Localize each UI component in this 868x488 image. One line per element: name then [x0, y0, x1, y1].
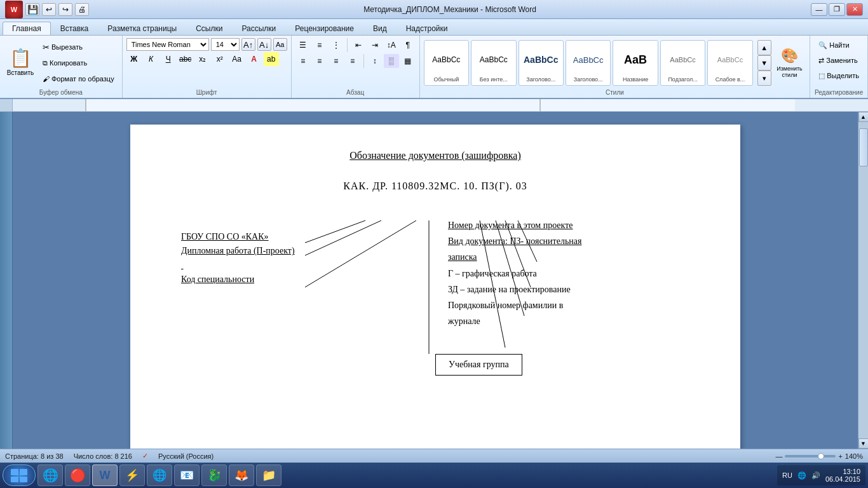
- style-normal[interactable]: AaBbCc Обычный: [424, 40, 469, 86]
- paste-button[interactable]: 📋 Вставить: [4, 40, 37, 86]
- print-btn[interactable]: 🖨: [75, 3, 89, 16]
- taskbar-app2[interactable]: 🌐: [147, 464, 172, 486]
- style-no-spacing-preview: AaBbCc: [474, 43, 513, 76]
- taskbar-word[interactable]: W: [92, 464, 118, 486]
- italic-button[interactable]: К: [144, 52, 159, 66]
- align-center-btn[interactable]: ≡: [312, 54, 327, 68]
- justify-btn[interactable]: ≡: [345, 54, 360, 68]
- change-case-button[interactable]: Аа: [229, 52, 245, 66]
- zoom-slider[interactable]: [785, 455, 836, 458]
- font-name-select[interactable]: Times New Roman: [126, 38, 209, 51]
- style-title[interactable]: AaB Название: [613, 40, 658, 86]
- style-scroll-arrows: ▲ ▼ ▾: [757, 40, 771, 86]
- styles-scroll-up[interactable]: ▲: [757, 40, 771, 55]
- zoom-control[interactable]: — + 140%: [775, 452, 863, 460]
- taskbar-app5[interactable]: 🦊: [229, 464, 254, 486]
- close-button[interactable]: ✕: [846, 3, 863, 16]
- scroll-down-btn[interactable]: ▼: [858, 438, 869, 449]
- tab-page-layout[interactable]: Разметка страницы: [98, 22, 186, 35]
- font-color-button[interactable]: A: [247, 52, 262, 66]
- cut-button[interactable]: ✂ Вырезать: [39, 40, 118, 54]
- subscript-button[interactable]: x₂: [195, 52, 210, 66]
- status-right: — + 140%: [775, 452, 863, 460]
- numbering-button[interactable]: ≡: [312, 38, 327, 52]
- multilevel-button[interactable]: ⋮: [329, 38, 344, 52]
- tab-view[interactable]: Вид: [363, 22, 397, 35]
- office-button[interactable]: W: [5, 1, 23, 18]
- document-area: Обозначение документов (зашифровка) КАК.…: [13, 112, 858, 449]
- styles-scroll-down[interactable]: ▼: [757, 55, 771, 71]
- tab-insert[interactable]: Вставка: [51, 22, 98, 35]
- taskbar: 🌐 🔴 W ⚡ 🌐 📧 🐉 🦊 📁 RU 🌐 🔊 13:10 06.04.201…: [0, 463, 868, 488]
- styles-group: AaBbCc Обычный AaBbCc Без инте... AaBbCc…: [420, 36, 811, 98]
- taskbar-app1[interactable]: ⚡: [119, 464, 145, 486]
- shrink-font-btn[interactable]: A↓: [257, 38, 271, 51]
- shading-btn[interactable]: ░: [384, 54, 399, 68]
- restore-button[interactable]: ❐: [829, 3, 845, 16]
- format-painter-button[interactable]: 🖌 Формат по образцу: [39, 72, 118, 86]
- style-heading2[interactable]: AaBbCc Заголово...: [566, 40, 611, 86]
- svg-line-6: [305, 220, 416, 287]
- annotation-code: Код специальности: [181, 273, 295, 287]
- zoom-thumb[interactable]: [818, 453, 824, 459]
- vertical-scrollbar[interactable]: ▲ ▼: [858, 112, 868, 449]
- replace-button[interactable]: ⇄ Заменить: [814, 53, 862, 67]
- taskbar-app4[interactable]: 🐉: [201, 464, 227, 486]
- tab-review[interactable]: Рецензирование: [285, 22, 363, 35]
- lang-indicator[interactable]: RU: [782, 471, 792, 479]
- line-spacing-btn[interactable]: ↕: [367, 54, 383, 68]
- show-marks-btn[interactable]: ¶: [400, 38, 416, 52]
- zoom-in-icon[interactable]: +: [838, 452, 842, 460]
- style-subtle[interactable]: AaBbCc Слабое в...: [707, 40, 752, 86]
- tab-home[interactable]: Главная: [3, 22, 51, 35]
- taskbar-browser1[interactable]: 🌐: [37, 464, 63, 486]
- decrease-indent-btn[interactable]: ⇤: [351, 38, 366, 52]
- sort-btn[interactable]: ↕A: [384, 38, 399, 52]
- select-button[interactable]: ⬚ Выделить: [814, 69, 864, 83]
- redo-btn[interactable]: ↪: [58, 3, 72, 16]
- spell-check-icon: ✓: [142, 452, 148, 460]
- underline-button[interactable]: Ч: [161, 52, 176, 66]
- scroll-thumb[interactable]: [859, 128, 868, 166]
- taskbar-browser2[interactable]: 🔴: [65, 464, 90, 486]
- strikethrough-button[interactable]: аbc: [178, 52, 193, 66]
- right-annotations: Номер документа в этом проекте Вид докум…: [448, 217, 689, 329]
- bold-button[interactable]: Ж: [126, 52, 142, 66]
- volume-icon[interactable]: 🔊: [811, 471, 820, 480]
- scroll-up-btn[interactable]: ▲: [858, 112, 869, 122]
- clipboard-label: Буфер обмена: [0, 89, 122, 96]
- date: 06.04.2015: [825, 475, 860, 483]
- align-left-btn[interactable]: ≡: [295, 54, 311, 68]
- change-styles-button[interactable]: 🎨 Изменить стили: [773, 40, 806, 86]
- styles-more[interactable]: ▾: [757, 71, 771, 86]
- taskbar-app3[interactable]: 📧: [174, 464, 200, 486]
- clock[interactable]: 13:10 06.04.2015: [825, 468, 860, 483]
- taskbar-app6[interactable]: 📁: [256, 464, 281, 486]
- start-button[interactable]: [3, 464, 36, 486]
- align-right-btn[interactable]: ≡: [329, 54, 344, 68]
- style-subtitle[interactable]: AaBbCc Подзагол...: [660, 40, 705, 86]
- zoom-out-icon[interactable]: —: [775, 452, 782, 460]
- undo-btn[interactable]: ↩: [42, 3, 56, 16]
- tab-references[interactable]: Ссылки: [186, 22, 232, 35]
- grow-font-btn[interactable]: A↑: [241, 38, 255, 51]
- scroll-track[interactable]: [858, 122, 868, 438]
- bullets-button[interactable]: ☰: [295, 38, 311, 52]
- style-no-spacing[interactable]: AaBbCc Без инте...: [471, 40, 516, 86]
- style-heading1[interactable]: AaBbCc Заголово...: [519, 40, 564, 86]
- highlight-button[interactable]: ab: [264, 52, 279, 66]
- increase-indent-btn[interactable]: ⇥: [367, 38, 383, 52]
- svg-line-5: [305, 220, 381, 255]
- quick-save-btn[interactable]: 💾: [25, 3, 39, 16]
- borders-btn[interactable]: ▦: [400, 54, 416, 68]
- copy-button[interactable]: ⧉ Копировать: [39, 56, 118, 70]
- clear-format-btn[interactable]: Aa: [273, 38, 287, 51]
- word-count: Число слов: 8 216: [74, 452, 132, 460]
- font-size-select[interactable]: 14: [211, 38, 240, 51]
- change-styles-label: Изменить стили: [774, 65, 806, 78]
- find-button[interactable]: 🔍 Найти: [814, 38, 853, 52]
- superscript-button[interactable]: x²: [212, 52, 227, 66]
- minimize-button[interactable]: —: [811, 3, 827, 16]
- tab-addins[interactable]: Надстройки: [397, 22, 458, 35]
- tab-mailings[interactable]: Рассылки: [232, 22, 285, 35]
